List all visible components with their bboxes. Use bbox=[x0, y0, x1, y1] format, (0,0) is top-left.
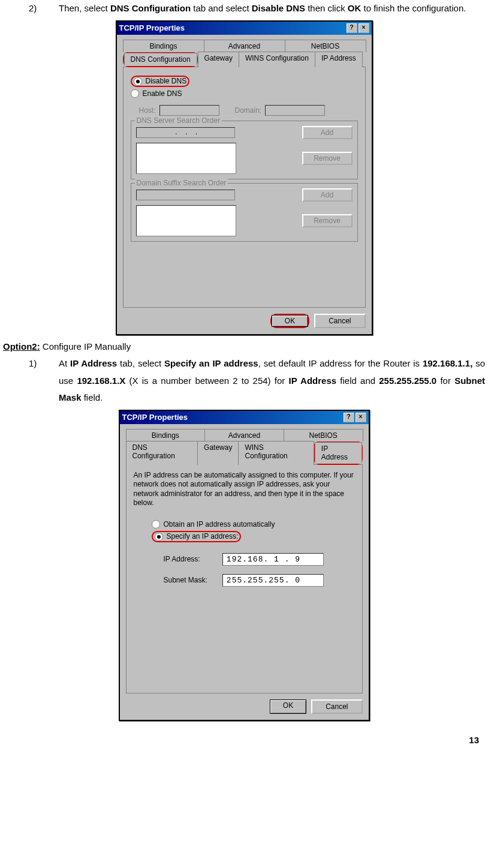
tab-row-top: Bindings Advanced NetBIOS bbox=[123, 40, 366, 52]
ipaddress-tab-highlight: IP Address bbox=[314, 441, 363, 465]
dns-tab-highlight: DNS Configuration bbox=[123, 52, 198, 67]
help-button[interactable]: ? bbox=[344, 413, 354, 422]
option2-step1: 1) At IP Address tab, select Specify an … bbox=[29, 355, 485, 407]
suffix-input[interactable] bbox=[136, 190, 235, 200]
ok-highlight: OK bbox=[270, 314, 309, 328]
tab-netbios[interactable]: NetBIOS bbox=[285, 40, 366, 52]
mask-label: Subnet Mask: bbox=[164, 576, 221, 584]
tab-row-bottom: DNS Configuration Gateway WINS Configura… bbox=[123, 52, 366, 67]
tab-gateway[interactable]: Gateway bbox=[198, 52, 239, 67]
ok-button[interactable]: OK bbox=[270, 699, 306, 714]
domain-label: Domain: bbox=[235, 106, 262, 115]
titlebar: TCP/IP Properties ? × bbox=[120, 411, 369, 424]
ip-label: IP Address: bbox=[164, 555, 221, 563]
tab-wins[interactable]: WINS Configuration bbox=[238, 441, 314, 465]
domain-input[interactable] bbox=[265, 105, 325, 116]
close-button[interactable]: × bbox=[356, 413, 366, 422]
tab-bindings[interactable]: Bindings bbox=[126, 429, 206, 441]
close-button[interactable]: × bbox=[359, 23, 369, 33]
tab-ipaddress[interactable]: IP Address bbox=[315, 52, 363, 67]
dialog-title: TCP/IP Properties bbox=[122, 413, 342, 422]
dns-list[interactable] bbox=[136, 143, 236, 174]
option2-heading: Option2: Configure IP Manually bbox=[3, 338, 485, 356]
tab-dns-config[interactable]: DNS Configuration bbox=[126, 441, 198, 465]
ok-button[interactable]: OK bbox=[272, 315, 308, 327]
host-label: Host: bbox=[139, 106, 156, 115]
enable-dns-row[interactable]: Enable DNS bbox=[131, 89, 358, 98]
step-number: 1) bbox=[29, 355, 59, 407]
radio-specify[interactable] bbox=[155, 533, 163, 541]
dns-remove-button[interactable]: Remove bbox=[302, 152, 353, 165]
disable-dns-highlight: Disable DNS bbox=[131, 76, 190, 87]
suffix-remove-button[interactable]: Remove bbox=[302, 214, 353, 227]
tab-wins[interactable]: WINS Configuration bbox=[239, 52, 315, 67]
radio-disable-dns[interactable] bbox=[134, 77, 142, 86]
tab-ipaddress[interactable]: IP Address bbox=[315, 442, 362, 464]
suffix-add-button[interactable]: Add bbox=[302, 188, 353, 202]
disable-dns-row[interactable]: Disable DNS bbox=[131, 76, 358, 87]
dns-add-button[interactable]: Add bbox=[302, 126, 353, 139]
step-2-instruction: 2) Then, select DNS Configuration tab an… bbox=[29, 0, 485, 17]
tab-gateway[interactable]: Gateway bbox=[197, 441, 239, 465]
mask-input[interactable]: 255.255.255. 0 bbox=[222, 574, 324, 587]
step-number: 2) bbox=[29, 0, 59, 17]
host-input[interactable] bbox=[159, 105, 219, 116]
specify-ip-row[interactable]: Specify an IP address: bbox=[152, 531, 355, 542]
titlebar: TCP/IP Properties ? × bbox=[117, 22, 372, 35]
figure-ip-address: TCP/IP Properties ? × Bindings Advanced … bbox=[3, 410, 485, 721]
cancel-button[interactable]: Cancel bbox=[311, 699, 362, 714]
suffix-list[interactable] bbox=[136, 205, 236, 236]
dns-search-group: DNS Server Search Order . . . Add Remove bbox=[131, 121, 358, 179]
help-button[interactable]: ? bbox=[347, 23, 357, 33]
radio-enable-dns[interactable] bbox=[131, 89, 139, 98]
ip-input[interactable]: 192.168. 1 . 9 bbox=[222, 553, 324, 566]
dialog-title: TCP/IP Properties bbox=[119, 23, 345, 32]
cancel-button[interactable]: Cancel bbox=[314, 314, 365, 328]
info-text: An IP address can be automatically assig… bbox=[134, 471, 355, 508]
suffix-search-group: Domain Suffix Search Order Add Remove bbox=[131, 183, 358, 242]
specify-highlight: Specify an IP address: bbox=[152, 531, 242, 542]
radio-obtain[interactable] bbox=[152, 520, 160, 528]
figure-dns-config: TCP/IP Properties ? × Bindings Advanced … bbox=[3, 20, 485, 335]
tab-bindings[interactable]: Bindings bbox=[123, 40, 204, 52]
obtain-ip-row[interactable]: Obtain an IP address automatically bbox=[152, 520, 355, 528]
page-number: 13 bbox=[469, 735, 479, 745]
tab-netbios[interactable]: NetBIOS bbox=[284, 429, 363, 441]
tab-advanced[interactable]: Advanced bbox=[204, 429, 284, 441]
tab-dns-config[interactable]: DNS Configuration bbox=[124, 53, 197, 66]
tab-advanced[interactable]: Advanced bbox=[204, 40, 285, 52]
